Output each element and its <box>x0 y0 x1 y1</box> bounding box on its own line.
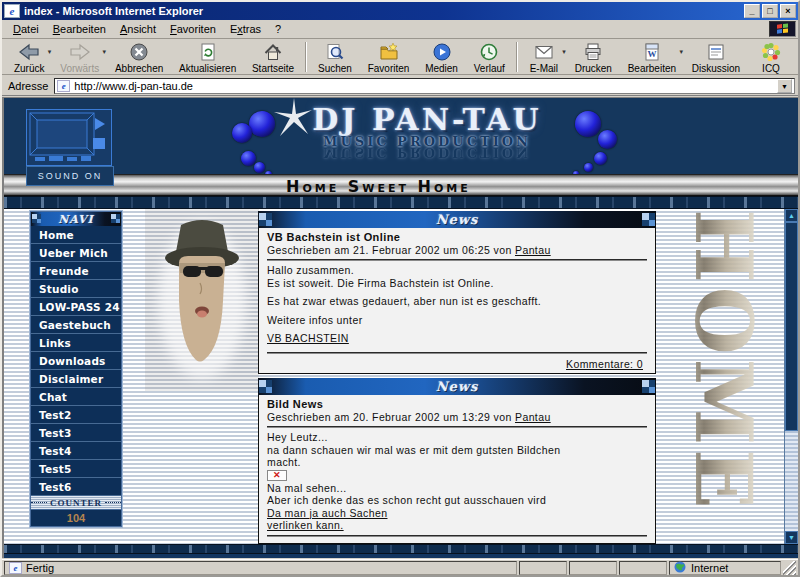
toolbar-favorites-button[interactable]: Favoriten <box>360 40 417 74</box>
status-text: Fertig <box>26 562 54 574</box>
nav-item-test6[interactable]: Test6 <box>31 478 121 496</box>
nav-item-studio[interactable]: Studio <box>31 280 121 298</box>
toolbar-media-button[interactable]: Medien <box>417 40 466 74</box>
pixel-corner-decoration <box>642 380 655 393</box>
news-text-line: Weitere infos unter <box>267 314 647 327</box>
stop-icon <box>129 42 149 62</box>
nav-item-freunde[interactable]: Freunde <box>31 262 121 280</box>
toolbar-search-button[interactable]: Suchen <box>310 40 360 74</box>
menu-item-datei[interactable]: Datei <box>6 21 46 37</box>
nav-header: NAVI <box>31 212 121 226</box>
status-bar: e Fertig Internet <box>2 559 798 575</box>
scrollbar-thumb[interactable] <box>785 222 798 431</box>
resize-grip[interactable] <box>783 561 796 575</box>
divider-strip <box>4 196 798 209</box>
toolbar-icq-button[interactable]: ICQ <box>748 40 794 74</box>
address-url[interactable]: http://www.dj-pan-tau.de <box>74 80 777 92</box>
toolbar-label: Bearbeiten <box>628 63 676 74</box>
menu-item-extras[interactable]: Extras <box>223 21 268 37</box>
nav-item-downloads[interactable]: Downloads <box>31 352 121 370</box>
title-bar[interactable]: e index - Microsoft Internet Explorer _ … <box>2 2 798 20</box>
status-page-icon: e <box>9 562 22 574</box>
news-text-line: Hey Leutz... <box>267 431 647 444</box>
nav-item-test5[interactable]: Test5 <box>31 460 121 478</box>
toolbar-history-button[interactable]: Verlauf <box>466 40 513 74</box>
status-pane <box>519 561 567 575</box>
close-button[interactable]: × <box>780 4 796 18</box>
content-area: NAVI HomeUeber MichFreundeStudioLOW-PASS… <box>4 209 798 544</box>
author-link[interactable]: Pantau <box>515 244 551 256</box>
nav-item-chat[interactable]: Chat <box>31 388 121 406</box>
toolbar-mail-button[interactable]: ▾E-Mail <box>521 40 567 74</box>
nav-item-test2[interactable]: Test2 <box>31 406 121 424</box>
dropdown-arrow-icon[interactable]: ▾ <box>562 48 566 56</box>
toolbar-refresh-button[interactable]: Aktualisieren <box>171 40 244 74</box>
nav-item-test4[interactable]: Test4 <box>31 442 121 460</box>
broken-image-icon: ✕ <box>267 470 287 481</box>
menu-item-ansicht[interactable]: Ansicht <box>113 21 163 37</box>
toolbar-label: Suchen <box>318 63 352 74</box>
nav-item-low-pass-24[interactable]: LOW-PASS 24 <box>31 298 121 316</box>
refresh-icon <box>198 42 218 62</box>
toolbar-home-button[interactable]: Startseite <box>244 40 302 74</box>
zone-text: Internet <box>691 562 728 574</box>
toolbar-back-button[interactable]: ▾Zurück <box>6 40 52 74</box>
menu-item-favoriten[interactable]: Favoriten <box>163 21 223 37</box>
menu-item-bearbeiten[interactable]: Bearbeiten <box>46 21 113 37</box>
toolbar-label: Vorwärts <box>60 63 99 74</box>
toolbar-stop-button[interactable]: Abbrechen <box>107 40 171 74</box>
dropdown-arrow-icon[interactable]: ▾ <box>48 48 52 56</box>
sound-on-button[interactable]: SOUND ON <box>26 166 114 186</box>
nav-item-home[interactable]: Home <box>31 226 121 244</box>
pixel-corner-decoration <box>642 213 655 226</box>
scroll-up-button[interactable]: ▲ <box>785 209 798 222</box>
menu-item-?[interactable]: ? <box>268 21 288 37</box>
sound-player-graphic[interactable] <box>26 109 112 166</box>
status-pane <box>569 561 617 575</box>
banner-bar: Home Sweet Home <box>4 174 798 196</box>
address-dropdown-button[interactable]: ▼ <box>777 79 792 93</box>
orb-decoration <box>254 162 265 173</box>
ie-logo-icon: e <box>4 4 20 18</box>
toolbar-label: Aktualisieren <box>179 63 236 74</box>
address-input[interactable]: e http://www.dj-pan-tau.de ▼ <box>54 78 795 94</box>
back-icon <box>18 42 40 62</box>
address-bar: Adresse e http://www.dj-pan-tau.de ▼ <box>2 76 798 96</box>
pixel-corner-decoration <box>32 214 41 223</box>
nav-item-links[interactable]: Links <box>31 334 121 352</box>
news-text-line: na dann schauen wir mal was er mit dem g… <box>267 444 647 457</box>
site-title: DJ PAN-TAU <box>282 102 572 137</box>
web-page: SOUND ON DJ PAN-TAU MUSIC PRODUCTION MUS… <box>2 97 798 558</box>
toolbar-discussion-button[interactable]: Diskussion <box>684 40 748 74</box>
toolbar-forward-button[interactable]: ▾Vorwärts <box>52 40 107 74</box>
footer-band <box>4 554 798 558</box>
site-subtitle-reflection: MUSIC PRODUCTION <box>282 145 572 160</box>
frame-scrollbar[interactable]: ▲ ▼ <box>784 209 798 544</box>
news-link[interactable]: Da man ja auch Sachen <box>267 507 387 519</box>
news-text-line: Na mal sehen... <box>267 482 647 495</box>
maximize-button[interactable]: □ <box>762 4 778 18</box>
toolbar-separator <box>305 42 307 72</box>
print-icon <box>583 42 603 62</box>
nav-item-disclaimer[interactable]: Disclaimer <box>31 370 121 388</box>
icq-icon <box>761 42 781 62</box>
toolbar-print-button[interactable]: Drucken <box>567 40 620 74</box>
author-link[interactable]: Pantau <box>515 411 551 423</box>
news-link[interactable]: VB BACHSTEIN <box>267 332 349 344</box>
minimize-button[interactable]: _ <box>744 4 760 18</box>
media-icon <box>432 42 452 62</box>
nav-item-test3[interactable]: Test3 <box>31 424 121 442</box>
dropdown-arrow-icon[interactable]: ▾ <box>679 48 683 56</box>
pixel-corner-decoration <box>259 380 272 393</box>
news-link[interactable]: verlinken kann. <box>267 519 344 531</box>
nav-item-gaestebuch[interactable]: Gaestebuch <box>31 316 121 334</box>
toolbar-edit-button[interactable]: W▾Bearbeiten <box>620 40 684 74</box>
comments-link[interactable]: Kommentare: 0 <box>267 357 647 372</box>
home-watermark: HOME <box>677 209 767 509</box>
scroll-down-button[interactable]: ▼ <box>785 531 798 544</box>
news-column: NewsVB Bachstein ist OnlineGeschrieben a… <box>258 209 656 544</box>
dropdown-arrow-icon[interactable]: ▾ <box>103 48 107 56</box>
nav-item-ueber-mich[interactable]: Ueber Mich <box>31 244 121 262</box>
avatar-photo <box>145 209 259 391</box>
window-title: index - Microsoft Internet Explorer <box>24 5 744 17</box>
